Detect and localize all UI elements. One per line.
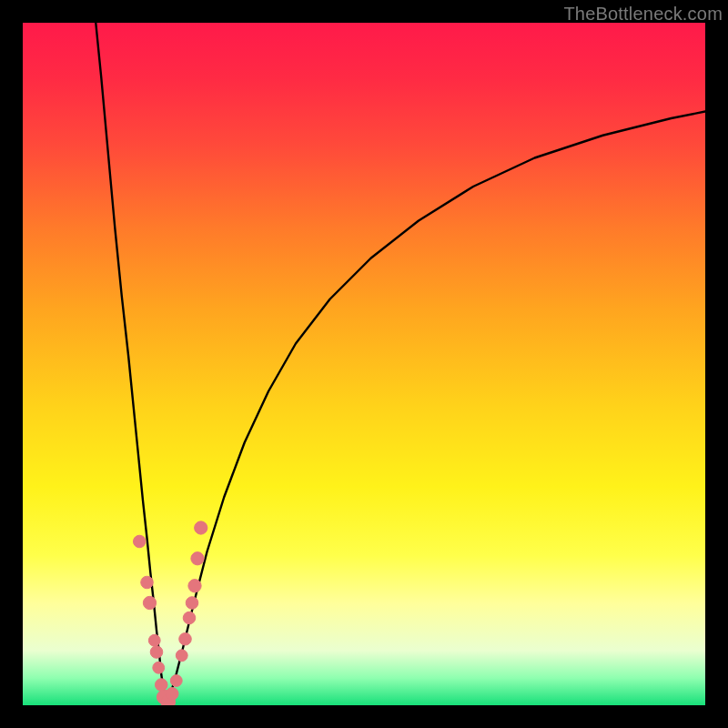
plot-area <box>23 23 705 705</box>
right-branch-line <box>167 112 706 706</box>
marker-dot <box>191 552 204 565</box>
marker-dot <box>133 535 146 548</box>
chart-frame: TheBottleneck.com <box>0 0 728 728</box>
marker-dot <box>150 646 163 659</box>
marker-dot <box>153 662 165 673</box>
marker-dot <box>186 597 198 610</box>
marker-dot <box>170 675 182 687</box>
marker-dot <box>143 596 156 609</box>
curve-layer <box>23 23 705 705</box>
marker-dot <box>155 679 167 692</box>
marker-dot <box>166 687 178 700</box>
marker-dot <box>176 650 187 662</box>
marker-dot <box>141 576 154 589</box>
watermark-text: TheBottleneck.com <box>563 4 723 25</box>
marker-dot <box>179 632 192 645</box>
marker-dot <box>183 612 196 624</box>
marker-dot <box>148 634 160 646</box>
marker-dot <box>188 580 201 592</box>
marker-group <box>133 521 207 705</box>
marker-dot <box>195 521 207 534</box>
